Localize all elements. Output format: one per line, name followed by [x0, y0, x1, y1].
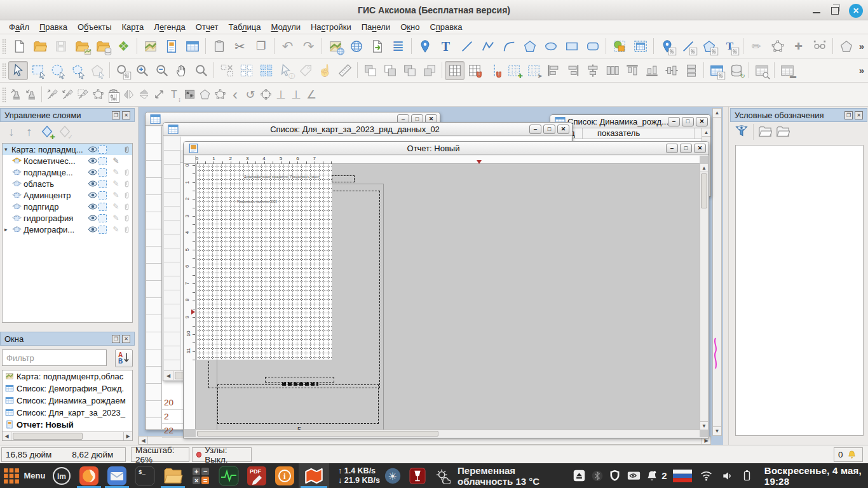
- wine-tray-item[interactable]: [405, 463, 430, 488]
- export-window-icon[interactable]: [367, 37, 388, 56]
- mdi-minimize-icon[interactable]: ‒: [529, 125, 541, 134]
- volume-tray-icon[interactable]: [717, 463, 738, 488]
- align-center-h-icon[interactable]: [583, 61, 602, 80]
- terminal-launcher[interactable]: $_: [131, 463, 159, 488]
- menu-item[interactable]: Отчет: [191, 20, 224, 34]
- float-panel-icon[interactable]: ❐: [112, 335, 120, 343]
- measure-ruler-icon[interactable]: [335, 61, 355, 80]
- mdi-close-icon[interactable]: ✕: [694, 144, 706, 153]
- bluetooth-tray-icon[interactable]: [589, 463, 606, 488]
- toolbar-grip[interactable]: [2, 87, 6, 102]
- layer-row[interactable]: Админцентр: [3, 189, 132, 201]
- language-flag-icon[interactable]: [669, 463, 696, 488]
- brush-copy-down-icon[interactable]: [60, 86, 75, 104]
- open-workspace-icon[interactable]: [29, 37, 50, 56]
- axioma-taskbar-item[interactable]: [299, 463, 329, 488]
- distribute-h-icon[interactable]: [602, 61, 622, 80]
- toolbar-overflow-icon[interactable]: »: [859, 65, 864, 76]
- style-settings-icon[interactable]: [609, 37, 630, 56]
- align-top-icon[interactable]: [622, 61, 642, 80]
- system-monitor-launcher[interactable]: [215, 463, 243, 488]
- menu-item[interactable]: Легенда: [149, 20, 190, 34]
- arc-direction-icon[interactable]: ↺: [243, 86, 258, 104]
- select-none-icon[interactable]: [236, 61, 256, 80]
- mdi-minimize-icon[interactable]: ‒: [666, 144, 678, 153]
- new-map-icon[interactable]: [140, 37, 161, 56]
- send-backward-icon[interactable]: [419, 61, 439, 80]
- stamp-next-icon[interactable]: [24, 86, 39, 104]
- scroll-up-icon[interactable]: ▲: [713, 109, 721, 118]
- layers-window-icon[interactable]: ≣: [388, 37, 409, 56]
- insert-polygon-icon[interactable]: [519, 37, 540, 56]
- layer-row[interactable]: подпадмце...: [3, 166, 132, 178]
- mdi-close-icon[interactable]: ✕: [696, 117, 708, 126]
- brush-copy-up-icon[interactable]: [44, 86, 60, 104]
- nvidia-tray-icon[interactable]: [625, 463, 644, 488]
- minimize-button[interactable]: [812, 6, 821, 15]
- edit-pencil-icon[interactable]: [111, 202, 121, 211]
- settings-tray-item[interactable]: ☀: [380, 463, 405, 488]
- window-list-item[interactable]: Список: Демография_Рожд.: [3, 383, 132, 395]
- polygon-properties-icon[interactable]: [698, 37, 719, 56]
- menu-item[interactable]: Справка: [424, 20, 467, 34]
- undo-icon[interactable]: ↶: [277, 37, 298, 56]
- select-polygon-icon[interactable]: [67, 61, 87, 80]
- toolbar-grip[interactable]: [2, 63, 6, 78]
- files-launcher[interactable]: [159, 463, 187, 488]
- legend-open-folder-icon[interactable]: [756, 122, 774, 141]
- layers-panel-titlebar[interactable]: Управление слоями ❐ ✕: [0, 108, 135, 122]
- layer-select-checkbox[interactable]: [98, 180, 107, 188]
- window-list-item[interactable]: Карта: подпадмцентр,облас: [3, 370, 132, 383]
- label-tool-icon[interactable]: [295, 61, 315, 80]
- redo-icon[interactable]: ↷: [298, 37, 319, 56]
- touch-select-icon[interactable]: ☝: [315, 61, 335, 80]
- invert-selection-icon[interactable]: [256, 61, 276, 80]
- label-paperclip-icon[interactable]: [121, 180, 132, 188]
- menu-item[interactable]: Окно: [395, 20, 424, 34]
- mdi-minimize-icon[interactable]: ‒: [668, 117, 680, 126]
- angle-less-icon[interactable]: ‹: [227, 86, 243, 104]
- pdf-editor-launcher[interactable]: PDF: [243, 463, 271, 488]
- web-map-icon[interactable]: [346, 37, 367, 56]
- info-launcher[interactable]: i: [271, 463, 299, 488]
- edit-pencil-icon[interactable]: ✏: [746, 37, 767, 56]
- report-frame-thin[interactable]: [265, 377, 334, 383]
- scroll-down-icon[interactable]: ▼: [713, 426, 721, 435]
- flip-horizontal-icon[interactable]: [121, 86, 136, 104]
- move-layer-down-icon[interactable]: ↓: [3, 122, 20, 141]
- close-panel-icon[interactable]: ✕: [122, 335, 130, 343]
- legend-panel-titlebar[interactable]: Условные обозначения ❐ ✕: [730, 108, 867, 122]
- insert-rectangle-icon[interactable]: [561, 37, 582, 56]
- visibility-eye-icon[interactable]: [86, 203, 98, 210]
- close-panel-icon[interactable]: ✕: [122, 111, 130, 119]
- window-list-item[interactable]: Список: Для_карт_за_2023_: [3, 407, 132, 419]
- edit-pencil-icon[interactable]: [111, 179, 121, 188]
- reshape-icon[interactable]: [836, 37, 857, 56]
- visibility-eye-icon[interactable]: [86, 191, 98, 199]
- report-canvas[interactable]: Демографические показатели. Рождаемость …: [196, 164, 700, 430]
- column-header[interactable]: показатель: [597, 128, 640, 139]
- geo-map-icon[interactable]: [325, 37, 346, 56]
- perpendicular-2-icon[interactable]: ⊥: [288, 86, 304, 104]
- zoom-free-icon[interactable]: [191, 61, 211, 80]
- polygon-outline-1-icon[interactable]: [197, 86, 212, 104]
- legend-new-folder-icon[interactable]: [774, 122, 792, 141]
- layer-select-checkbox[interactable]: [98, 203, 107, 211]
- symbol-properties-icon[interactable]: [656, 37, 677, 56]
- layer-row[interactable]: подпгидр: [3, 201, 132, 212]
- label-paperclip-icon[interactable]: [121, 168, 132, 177]
- windows-panel-titlebar[interactable]: Окна ❐ ✕: [0, 332, 135, 346]
- layer-select-checkbox[interactable]: [98, 157, 107, 165]
- report-vscrollbar[interactable]: ▲ ▼: [700, 164, 708, 430]
- bring-forward-icon[interactable]: [400, 61, 419, 80]
- unlink-chain-icon[interactable]: [809, 37, 830, 56]
- status-nodes-box[interactable]: Узлы: Выкл.: [192, 447, 252, 462]
- clipboard-properties-icon[interactable]: [105, 86, 121, 104]
- perpendicular-1-icon[interactable]: ⊥: [273, 86, 288, 104]
- insert-text-icon[interactable]: T: [435, 37, 456, 56]
- angle-tool-icon[interactable]: ∠: [304, 86, 319, 104]
- edit-pencil-icon[interactable]: [111, 191, 121, 200]
- move-guide-icon[interactable]: ➤: [524, 61, 543, 80]
- toolbar-overflow-icon[interactable]: »: [859, 41, 864, 51]
- visibility-eye-icon[interactable]: [86, 157, 98, 165]
